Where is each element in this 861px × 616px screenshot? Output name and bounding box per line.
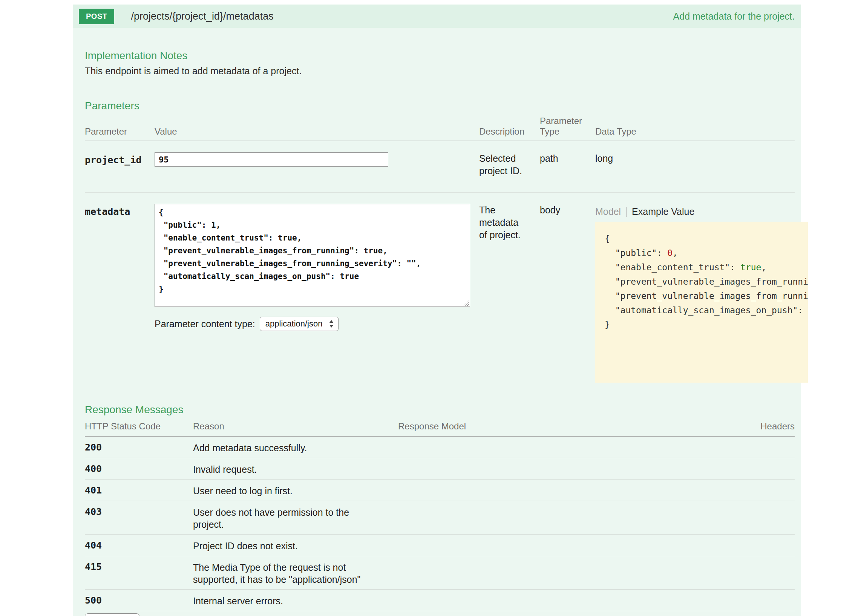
headers-cell bbox=[746, 463, 795, 475]
implementation-notes-text: This endpoint is aimed to add metadata o… bbox=[85, 66, 795, 77]
post-operation-panel: POST /projects/{project_id}/metadatas Ad… bbox=[73, 5, 801, 616]
parameter-content-type-row: Parameter content type: application/json bbox=[154, 317, 479, 331]
status-code: 500 bbox=[85, 595, 193, 607]
headers-cell bbox=[746, 506, 795, 530]
headers-cell bbox=[746, 561, 795, 585]
model-example-tabs: Model Example Value bbox=[595, 205, 808, 217]
parameters-table-header: Parameter Value Description Parameter Ty… bbox=[85, 116, 795, 141]
response-row-401: 401 User need to log in first. bbox=[85, 479, 795, 501]
col-header-parameter-type: Parameter Type bbox=[540, 116, 595, 137]
parameter-value-cell: { "public": 1, "enable_content_trust": t… bbox=[154, 204, 479, 383]
response-messages-heading: Response Messages bbox=[85, 404, 801, 416]
col-header-reason: Reason bbox=[193, 421, 398, 432]
parameter-description: The metadata of project. bbox=[479, 204, 540, 383]
try-it-out-button[interactable]: Try it out! bbox=[85, 613, 140, 616]
tab-example-value[interactable]: Example Value bbox=[627, 206, 694, 217]
parameter-name: project_id bbox=[85, 152, 154, 177]
post-method-badge: POST bbox=[79, 9, 114, 24]
parameter-data-type-cell: Model Example Value { "public": 0, "enab… bbox=[595, 204, 808, 383]
status-code: 404 bbox=[85, 540, 193, 552]
response-model-cell bbox=[398, 463, 746, 475]
parameter-description: Selected project ID. bbox=[479, 152, 540, 177]
col-header-description: Description bbox=[479, 126, 540, 137]
content-type-selected-value: application/json bbox=[266, 319, 323, 329]
response-row-400: 400 Invalid request. bbox=[85, 458, 795, 479]
content-type-select[interactable]: application/json bbox=[260, 317, 339, 331]
status-code: 415 bbox=[85, 561, 193, 585]
col-header-parameter: Parameter bbox=[85, 126, 154, 137]
project-id-input[interactable] bbox=[154, 152, 388, 167]
status-code: 403 bbox=[85, 506, 193, 530]
reason-text: Project ID does not exist. bbox=[193, 540, 382, 552]
headers-cell bbox=[746, 442, 795, 454]
col-header-value: Value bbox=[154, 126, 479, 137]
headers-cell bbox=[746, 540, 795, 552]
operation-footer: Try it out! Hide Response bbox=[85, 613, 795, 616]
reason-text: User need to log in first. bbox=[193, 485, 382, 497]
response-row-500: 500 Internal server errors. bbox=[85, 589, 795, 611]
response-model-cell bbox=[398, 540, 746, 552]
response-model-cell bbox=[398, 506, 746, 530]
response-table-header: HTTP Status Code Reason Response Model H… bbox=[85, 421, 795, 437]
response-row-415: 415 The Media Type of the request is not… bbox=[85, 556, 795, 589]
col-header-response-model: Response Model bbox=[398, 421, 746, 432]
operation-header[interactable]: POST /projects/{project_id}/metadatas Ad… bbox=[73, 5, 801, 28]
response-model-cell bbox=[398, 595, 746, 607]
operation-content: Implementation Notes This endpoint is ai… bbox=[73, 28, 801, 616]
reason-text: User does not have permission to the pro… bbox=[193, 506, 382, 530]
endpoint-path[interactable]: /projects/{project_id}/metadatas bbox=[131, 11, 273, 22]
reason-text: Add metadata successfully. bbox=[193, 442, 382, 454]
parameter-type: body bbox=[540, 204, 595, 383]
tab-model[interactable]: Model bbox=[595, 206, 626, 217]
reason-text: The Media Type of the request is not sup… bbox=[193, 561, 382, 585]
parameter-name: metadata bbox=[85, 204, 154, 383]
status-code: 401 bbox=[85, 485, 193, 497]
hide-response-link[interactable]: Hide Response bbox=[151, 613, 218, 616]
response-row-404: 404 Project ID does not exist. bbox=[85, 534, 795, 556]
metadata-body-textarea[interactable]: { "public": 1, "enable_content_trust": t… bbox=[154, 204, 470, 307]
implementation-notes-heading: Implementation Notes bbox=[85, 28, 801, 62]
response-model-cell bbox=[398, 442, 746, 454]
col-header-http-status-code: HTTP Status Code bbox=[85, 421, 193, 432]
status-code: 200 bbox=[85, 442, 193, 454]
endpoint-summary: Add metadata for the project. bbox=[673, 11, 795, 22]
parameter-type: path bbox=[540, 152, 595, 177]
headers-cell bbox=[746, 485, 795, 497]
col-header-headers: Headers bbox=[746, 421, 795, 432]
content-type-label: Parameter content type: bbox=[154, 319, 255, 330]
col-header-data-type: Data Type bbox=[595, 126, 795, 137]
reason-text: Internal server errors. bbox=[193, 595, 382, 607]
parameter-value-cell bbox=[154, 152, 479, 177]
response-model-cell bbox=[398, 561, 746, 585]
parameter-data-type: long bbox=[595, 152, 795, 177]
response-model-cell bbox=[398, 485, 746, 497]
status-code: 400 bbox=[85, 463, 193, 475]
parameter-row-metadata: metadata { "public": 1, "enable_content_… bbox=[85, 196, 795, 383]
response-row-200: 200 Add metadata successfully. bbox=[85, 437, 795, 458]
headers-cell bbox=[746, 595, 795, 607]
response-row-403: 403 User does not have permission to the… bbox=[85, 501, 795, 534]
reason-text: Invalid request. bbox=[193, 463, 382, 475]
example-value-code[interactable]: { "public": 0, "enable_content_trust": t… bbox=[595, 222, 808, 383]
parameter-row-project-id: project_id Selected project ID. path lon… bbox=[85, 145, 795, 193]
parameters-heading: Parameters bbox=[85, 100, 801, 112]
